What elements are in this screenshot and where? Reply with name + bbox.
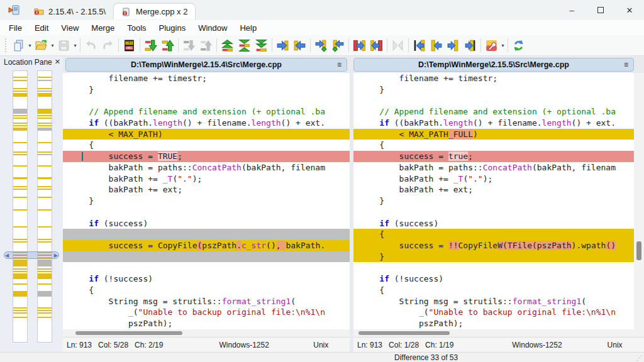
location-diff-bar [13, 283, 27, 285]
toolbar-separator [178, 38, 179, 52]
tab-folder-compare[interactable]: 2.15.4\ - 2.15.5\ [26, 3, 113, 19]
toolbar-copy-right-button[interactable] [274, 37, 291, 54]
code-line: } [63, 84, 350, 96]
toolbar-copy-left-and-advance-button[interactable] [330, 37, 347, 54]
tab-file-compare[interactable]: Merge.cpp x 2 [113, 3, 196, 19]
toolbar-open-file-dropdown-icon[interactable]: ▾ [50, 43, 55, 48]
code-line [63, 207, 350, 218]
toolbar-goto-last-file-button[interactable] [462, 37, 479, 54]
menu-view[interactable]: View [55, 21, 85, 35]
close-button[interactable]: ✕ [615, 0, 644, 20]
left-pane-header[interactable]: D:\Temp\WinMerge\2.15.4\Src\Merge.cpp ≡ [65, 58, 347, 72]
toolbar-grip[interactable] [5, 38, 8, 52]
view-indicator-right-arrow: ▶ [54, 253, 58, 258]
right-pane-header[interactable]: D:\Temp\WinMerge\2.15.5\Src\Merge.cpp ≡ [353, 58, 634, 72]
location-diff-bar [13, 123, 27, 124]
toolbar-goto-first-file-button[interactable] [411, 37, 428, 54]
location-diff-bar [38, 154, 52, 155]
location-diff-bar [38, 142, 52, 143]
location-diff-bar [38, 310, 52, 311]
location-diff-bar [13, 260, 27, 266]
location-strip-right[interactable] [37, 70, 52, 343]
right-hscroll-thumb[interactable] [358, 331, 450, 335]
toolbar-save-button [55, 37, 72, 54]
left-pane-path: D:\Temp\WinMerge\2.15.4\Src\Merge.cpp [131, 60, 282, 69]
menu-plugins[interactable]: Plugins [153, 21, 192, 35]
right-status-encoding: Windows-1252 [489, 341, 586, 349]
location-pane: Location Pane ✕ ◀ ▶ [0, 56, 63, 352]
new-file-icon [12, 39, 25, 52]
goto-last-file-icon [464, 39, 477, 52]
right-code-editor[interactable]: filename += timestr; } // Append filenam… [353, 73, 634, 329]
maximize-button[interactable] [586, 0, 615, 20]
left-horizontal-scrollbar[interactable] [63, 329, 350, 337]
toolbar-new-file-button[interactable] [10, 37, 27, 54]
toolbar-plugin-settings-dropdown-icon[interactable]: ▾ [500, 43, 506, 48]
location-diff-bar [13, 151, 27, 153]
right-pane-menu-icon[interactable]: ≡ [624, 60, 628, 69]
menu-merge[interactable]: Merge [85, 21, 121, 35]
filler-line [63, 229, 350, 240]
toolbar-copy-right-and-advance-button[interactable] [313, 37, 330, 54]
menu-edit[interactable]: Edit [28, 21, 55, 35]
goto-prev-file-icon [430, 39, 443, 52]
toolbar-save-dropdown-icon[interactable]: ▾ [72, 43, 78, 48]
toolbar-first-difference-button[interactable] [219, 37, 236, 54]
location-diff-bar [13, 312, 27, 314]
vertical-scrollbar[interactable] [634, 73, 644, 337]
menu-help[interactable]: Help [233, 21, 263, 35]
left-hscroll-thumb[interactable] [75, 331, 182, 335]
toolbar-options-abc-button[interactable]: CBAABC [121, 37, 138, 54]
menu-window[interactable]: Window [192, 21, 233, 35]
code-line: < MAX_PATH) [63, 129, 350, 140]
left-pane-menu-icon[interactable]: ≡ [337, 60, 341, 69]
location-diff-bar [38, 268, 52, 270]
location-diff-bar [38, 197, 52, 198]
right-horizontal-scrollbar[interactable] [353, 329, 634, 337]
auto-merge-icon [391, 39, 404, 52]
right-status-eol: Unix [586, 341, 644, 349]
toolbar-goto-prev-file-button[interactable] [428, 37, 445, 54]
toolbar-last-difference-button[interactable] [253, 37, 270, 54]
location-view-indicator[interactable]: ◀ ▶ [4, 251, 59, 259]
toolbar-undo-button [82, 37, 99, 54]
menu-tools[interactable]: Tools [121, 21, 152, 35]
code-line: _("Unable to backup original file:\n%1\n [353, 307, 634, 318]
minimize-button[interactable]: – [557, 0, 586, 20]
file-compare-icon [121, 8, 131, 16]
location-strip-left[interactable] [13, 70, 28, 343]
code-line: if ((bakPath.length() + filename.length(… [353, 118, 634, 129]
location-diff-bar [38, 317, 52, 318]
location-diff-bar [38, 151, 52, 153]
right-pane-statusbar: Ln: 913 Col: 1/28 Ch: 1/19 Windows-1252 … [353, 337, 644, 352]
toolbar-next-difference-button[interactable] [142, 37, 159, 54]
toolbar-previous-difference-button[interactable] [159, 37, 176, 54]
toolbar-goto-next-file-button[interactable] [445, 37, 462, 54]
location-diff-bar [13, 109, 27, 114]
toolbar-refresh-button[interactable] [510, 37, 527, 54]
toolbar-copy-all-left-button[interactable] [368, 37, 385, 54]
location-diff-bar [13, 177, 27, 179]
toolbar-plugin-settings-button[interactable] [483, 37, 500, 54]
toolbar-copy-left-button[interactable] [291, 37, 308, 54]
vscroll-thumb[interactable] [636, 241, 641, 260]
open-file-icon [35, 39, 48, 52]
code-line [353, 207, 634, 218]
code-line [63, 262, 350, 273]
toolbar-current-difference-button[interactable] [236, 37, 253, 54]
left-code-editor[interactable]: filename += timestr; } // Append filenam… [63, 73, 350, 329]
location-diff-bar [38, 283, 52, 285]
menu-file[interactable]: File [3, 21, 28, 35]
location-diff-bar [13, 317, 27, 318]
code-line: // Append filename and extension (+ opti… [353, 106, 634, 118]
toolbar-copy-all-right-button[interactable] [351, 37, 368, 54]
toolbar-separator [348, 38, 349, 52]
toolbar-open-file-button[interactable] [33, 37, 50, 54]
toolbar-separator [387, 38, 387, 52]
left-status-char: Ch: 2/19 [135, 341, 163, 349]
resize-grip[interactable]: ⋰ [636, 354, 643, 361]
location-pane-close-icon[interactable]: ✕ [55, 58, 60, 66]
left-status-line: Ln: 913 [67, 341, 92, 349]
toolbar-new-file-dropdown-icon[interactable]: ▾ [27, 43, 33, 48]
code-line: String msg = strutils::format_string1( [63, 296, 350, 307]
